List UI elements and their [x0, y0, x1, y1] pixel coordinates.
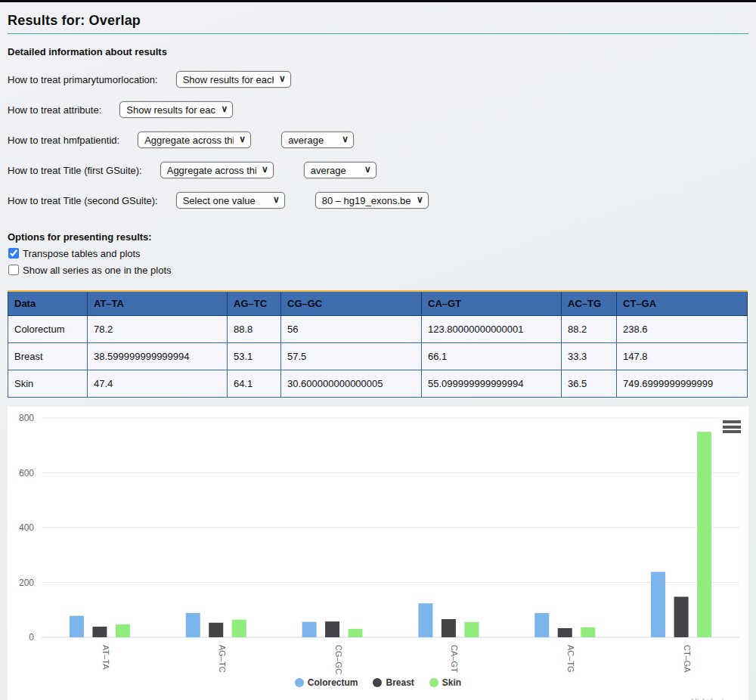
treatment-form: How to treat primarytumorlocation:Show r… — [8, 71, 748, 209]
column-header: CT–GA — [617, 291, 748, 316]
bar-skin-ct-ga — [697, 432, 711, 637]
bar-breast-at-ta — [92, 627, 107, 637]
value-cell: 47.4 — [88, 370, 228, 398]
legend-marker-icon — [295, 678, 304, 687]
value-cell: 38.599999999999994 — [88, 343, 228, 370]
hmfpatientid-method-select[interactable]: average — [281, 132, 354, 148]
chart-menu-icon[interactable] — [723, 420, 741, 435]
title-first-gsuite-treat-select-wrap: Aggregate across this — [160, 162, 274, 178]
table-row: Skin47.464.130.60000000000000555.0999999… — [8, 370, 748, 398]
y-axis-tick-label: 0 — [29, 632, 34, 643]
form-row: How to treat attribute:Show results for … — [8, 101, 748, 118]
primarytumorlocation-treat-select-wrap: Show results for each — [176, 71, 291, 88]
legend-item-colorectum[interactable]: Colorectum — [295, 677, 358, 688]
value-cell: 88.2 — [562, 316, 617, 343]
title-second-gsuite-treat-select[interactable]: Select one value — [176, 192, 285, 209]
chart-canvas: 0200400600800AT–TAAG–TCCG–GCCA–GTAC–TGCT… — [8, 407, 748, 700]
row-header-cell: Skin — [8, 370, 88, 398]
bar-skin-at-ta — [116, 624, 130, 637]
attribute-treat-select[interactable]: Show results for each — [119, 101, 233, 118]
section-heading: Detailed information about results — [8, 46, 748, 57]
title-first-gsuite-method-select-wrap: average — [304, 162, 376, 178]
legend-item-skin[interactable]: Skin — [429, 677, 461, 688]
checkbox-row: Transpose tables and plots — [8, 247, 748, 259]
hmfpatientid-treat-select[interactable]: Aggregate across this — [138, 132, 251, 148]
row-header-cell: Breast — [8, 343, 88, 370]
attribute-treat-select-wrap: Show results for each — [119, 101, 233, 118]
bar-skin-ac-tg — [581, 627, 595, 637]
form-row: How to treat hmfpatientid:Aggregate acro… — [8, 132, 748, 148]
value-cell: 57.5 — [281, 343, 422, 370]
y-axis-tick-label: 600 — [19, 468, 34, 479]
bar-breast-ct-ga — [674, 596, 689, 637]
bar-skin-ca-gt — [464, 622, 479, 637]
options-checkboxes: Transpose tables and plotsShow all serie… — [8, 247, 748, 276]
checkbox-row: Show all series as one in the plots — [8, 264, 748, 276]
value-cell: 78.2 — [88, 316, 228, 343]
x-axis-category-label: AG–TC — [218, 645, 227, 673]
legend-marker-icon — [429, 678, 438, 687]
legend-item-breast[interactable]: Breast — [373, 677, 414, 688]
bar-colorectum-ct-ga — [651, 572, 665, 637]
bar-chart: 0200400600800AT–TAAG–TCCG–GCCA–GTAC–TGCT… — [8, 407, 748, 700]
legend-label: Skin — [442, 677, 461, 688]
title-first-gsuite-treat-select[interactable]: Aggregate across this — [160, 162, 274, 178]
y-axis-tick-label: 400 — [19, 522, 34, 533]
bar-breast-cg-gc — [325, 621, 339, 637]
results-table: DataAT–TAAG–TCCG–GCCA–GTAC–TGCT–GAColore… — [8, 290, 748, 398]
options-heading: Options for presenting results: — [8, 231, 748, 243]
bar-breast-ag-tc — [209, 623, 223, 637]
table-header-row: DataAT–TAAG–TCCG–GCCA–GTAC–TGCT–GA — [8, 291, 748, 316]
x-axis-category-label: AT–TA — [101, 645, 110, 670]
y-axis-tick-label: 200 — [19, 578, 34, 588]
bar-colorectum-cg-gc — [302, 622, 317, 637]
bar-breast-ca-gt — [442, 619, 456, 637]
transpose-checkbox[interactable] — [8, 248, 19, 259]
form-row: How to treat Title (second GSuite):Selec… — [8, 192, 748, 209]
hmfpatientid-treat-select-wrap: Aggregate across this — [138, 132, 251, 148]
value-cell: 123.80000000000001 — [422, 316, 562, 343]
form-row-label: How to treat attribute: — [8, 104, 101, 116]
x-axis-category-label: CG–GC — [334, 645, 343, 674]
table-row: Colorectum78.288.856123.8000000000000188… — [8, 316, 748, 343]
top-border — [0, 0, 756, 2]
bar-skin-ag-tc — [232, 620, 246, 637]
form-row-label: How to treat hmfpatientid: — [8, 135, 119, 146]
bar-skin-cg-gc — [349, 629, 363, 637]
page-title: Results for: Overlap — [8, 13, 748, 34]
legend-label: Breast — [386, 677, 414, 688]
column-header: AG–TC — [228, 291, 281, 316]
x-axis-category-label: CA–GT — [450, 645, 459, 673]
primarytumorlocation-treat-select[interactable]: Show results for each — [176, 71, 291, 88]
value-cell: 238.6 — [617, 316, 748, 343]
x-axis-category-label: AC–TG — [566, 645, 575, 673]
form-row-label: How to treat primarytumorlocation: — [8, 74, 158, 85]
value-cell: 56 — [281, 316, 422, 343]
value-cell: 749.6999999999999 — [617, 370, 748, 398]
bar-breast-ac-tg — [558, 628, 572, 637]
x-axis-category-label: CT–GA — [683, 645, 692, 673]
bar-colorectum-ca-gt — [418, 603, 432, 637]
form-row-label: How to treat Title (second GSuite): — [8, 195, 158, 206]
chart-legend: ColorectumBreastSkin — [8, 677, 748, 688]
form-row: How to treat Title (first GSuite):Aggreg… — [8, 162, 748, 178]
value-cell: 88.8 — [228, 316, 281, 343]
value-cell: 33.3 — [562, 343, 617, 370]
row-header-cell: Colorectum — [8, 316, 88, 343]
title-first-gsuite-method-select[interactable]: average — [304, 162, 376, 178]
title-second-gsuite-value-select-wrap: 80 – hg19_exons.bec — [315, 192, 429, 209]
hmfpatientid-method-select-wrap: average — [281, 132, 354, 148]
value-cell: 66.1 — [422, 343, 562, 370]
column-header: CG–GC — [281, 291, 422, 316]
bar-colorectum-ac-tg — [534, 613, 549, 637]
checkbox-label: Transpose tables and plots — [23, 248, 141, 259]
table-row: Breast38.59999999999999453.157.566.133.3… — [8, 343, 748, 370]
value-cell: 53.1 — [228, 343, 281, 370]
value-cell: 64.1 — [228, 370, 281, 398]
value-cell: 147.8 — [617, 343, 748, 370]
bar-colorectum-ag-tc — [186, 613, 200, 637]
legend-marker-icon — [373, 678, 382, 687]
column-header: AT–TA — [88, 291, 228, 316]
show-all-series-checkbox[interactable] — [8, 265, 19, 275]
title-second-gsuite-value-select[interactable]: 80 – hg19_exons.bec — [315, 192, 429, 209]
